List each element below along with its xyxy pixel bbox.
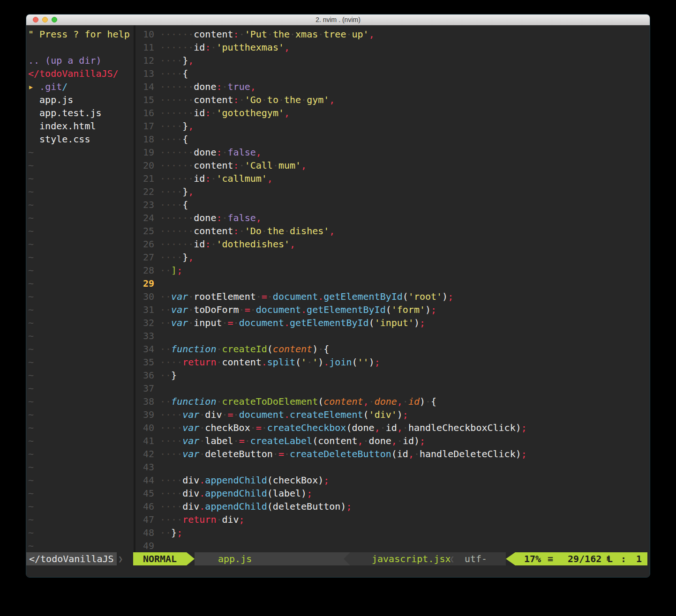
tree-root[interactable]: </todoVanillaJS/	[28, 67, 133, 80]
code-line-11[interactable]: 11······id:·'putthexmas',	[135, 41, 650, 54]
code-line-39[interactable]: 39····var·div·=·document.createElement('…	[135, 408, 650, 421]
code-line-37[interactable]: 37	[135, 382, 650, 395]
code-line-48[interactable]: 48··};	[135, 526, 650, 539]
editor-panel[interactable]: 10······content:·'Put·the·xmas·tree·up',…	[135, 28, 650, 552]
tree-dir-git[interactable]: ▸ .git/	[28, 80, 133, 93]
line-number: 44	[135, 474, 154, 487]
code-line-40[interactable]: 40····var·checkBox·=·createCheckbox(done…	[135, 421, 650, 434]
code-line-12[interactable]: 12····},	[135, 54, 650, 67]
code-text: ······id:·'callmum',	[160, 172, 273, 185]
code-line-15[interactable]: 15······content:·'Go·to·the·gym',	[135, 93, 650, 106]
tree-file-style-css[interactable]: style.css	[28, 133, 133, 146]
line-number: 46	[135, 500, 154, 513]
empty-line-tilde: ~	[28, 224, 133, 237]
tree-file-app-js[interactable]: app.js	[28, 93, 133, 106]
line-number: 42	[135, 447, 154, 460]
code-line-18[interactable]: 18····{	[135, 133, 650, 146]
code-line-46[interactable]: 46····div.appendChild(deleteButton);	[135, 500, 650, 513]
empty-line-tilde: ~	[28, 211, 133, 224]
code-line-34[interactable]: 34··function·createId(content)·{	[135, 342, 650, 356]
code-line-30[interactable]: 30··var·rootElement·=·document.getElemen…	[135, 290, 650, 303]
code-line-23[interactable]: 23····{	[135, 198, 650, 211]
code-text: ······done:·true,	[160, 80, 256, 93]
tree-file-index-html[interactable]: index.html	[28, 119, 133, 133]
code-line-14[interactable]: 14······done:·true,	[135, 80, 650, 93]
code-line-41[interactable]: 41····var·label·=·createLabel(content,·d…	[135, 434, 650, 447]
empty-line-tilde: ~	[28, 526, 133, 539]
cursor-line-indicator: 29/162	[568, 552, 601, 565]
code-line-35[interactable]: 35····return·content.split('·').join('')…	[135, 356, 650, 369]
code-text: ····div.appendChild(deleteButton);	[160, 500, 352, 513]
empty-line-tilde: ~	[28, 513, 133, 526]
statusline-meta: javascript.jsx ❮ utf-8[unix]	[350, 552, 506, 565]
code-text: ····},	[160, 251, 194, 264]
code-line-36[interactable]: 36··}	[135, 369, 650, 382]
code-text: ······done:·false,	[160, 211, 262, 224]
code-line-24[interactable]: 24······done:·false,	[135, 211, 650, 224]
empty-line-tilde: ~	[28, 474, 133, 487]
line-number: 20	[135, 159, 154, 172]
code-line-27[interactable]: 27····},	[135, 251, 650, 264]
tree-file-app-test-js[interactable]: app.test.js	[28, 106, 133, 119]
tree-blank-line	[28, 41, 133, 54]
chevron-right-icon: ❯	[118, 552, 123, 565]
code-line-44[interactable]: 44····div.appendChild(checkBox);	[135, 474, 650, 487]
line-number: 34	[135, 342, 154, 356]
code-line-13[interactable]: 13····{	[135, 67, 650, 80]
line-number: 38	[135, 395, 154, 408]
current-line-number: 29	[135, 277, 154, 290]
statusline: </todoVanillaJS ❯ NORMAL app.js javascri…	[26, 552, 650, 565]
code-text: ··}	[160, 369, 177, 382]
statusline-nerdtree-path: </todoVanillaJS	[26, 552, 117, 565]
line-number: 16	[135, 106, 154, 119]
code-line-45[interactable]: 45····div.appendChild(label);	[135, 487, 650, 500]
code-line-10[interactable]: 10······content:·'Put·the·xmas·tree·up',	[135, 28, 650, 41]
line-number: 19	[135, 146, 154, 159]
line-number: 18	[135, 133, 154, 146]
code-line-47[interactable]: 47····return·div;	[135, 513, 650, 526]
code-line-29[interactable]: 29	[135, 277, 650, 290]
code-text: ····var·label·=·createLabel(content,·don…	[160, 434, 425, 447]
code-line-38[interactable]: 38··function·createToDoElement(content,·…	[135, 395, 650, 408]
line-number: 35	[135, 356, 154, 369]
line-number: 30	[135, 290, 154, 303]
empty-line-tilde: ~	[28, 421, 133, 434]
chevron-left-icon: ❮	[450, 552, 454, 565]
code-line-26[interactable]: 26······id:·'dothedishes',	[135, 237, 650, 251]
code-text: ····return·content.split('·').join('');	[160, 356, 380, 369]
code-line-49[interactable]: 49	[135, 539, 650, 552]
empty-line-tilde: ~	[28, 237, 133, 251]
titlebar[interactable]: 2. nvim . (nvim)	[26, 15, 650, 25]
code-line-22[interactable]: 22····},	[135, 185, 650, 198]
code-line-43[interactable]: 43	[135, 460, 650, 474]
code-line-31[interactable]: 31··var·toDoForm·=·document.getElementBy…	[135, 303, 650, 316]
code-line-33[interactable]: 33	[135, 329, 650, 342]
code-line-16[interactable]: 16······id:·'gotothegym',	[135, 106, 650, 119]
line-number: 24	[135, 211, 154, 224]
nerdtree-panel[interactable]: " Press ? for help.. (up a dir)</todoVan…	[28, 28, 133, 552]
code-line-17[interactable]: 17····},	[135, 119, 650, 133]
code-line-20[interactable]: 20······content:·'Call·mum',	[135, 159, 650, 172]
code-text: ····return·div;	[160, 513, 245, 526]
code-line-28[interactable]: 28··];	[135, 264, 650, 277]
line-number: 10	[135, 28, 154, 41]
line-number: 40	[135, 421, 154, 434]
empty-line-tilde: ~	[28, 539, 133, 552]
code-text: ······done:·false,	[160, 146, 262, 159]
code-text: ······id:·'dothedishes',	[160, 237, 295, 251]
code-line-19[interactable]: 19······done:·false,	[135, 146, 650, 159]
code-line-21[interactable]: 21······id:·'callmum',	[135, 172, 650, 185]
line-number: 28	[135, 264, 154, 277]
line-number: 26	[135, 237, 154, 251]
empty-line-tilde: ~	[28, 356, 133, 369]
line-number: 45	[135, 487, 154, 500]
empty-line-tilde: ~	[28, 434, 133, 447]
command-line[interactable]	[26, 565, 650, 578]
code-line-32[interactable]: 32··var·input·=·document.getElementById(…	[135, 316, 650, 329]
tree-up-dir[interactable]: .. (up a dir)	[28, 54, 133, 67]
code-text: ····},	[160, 185, 194, 198]
code-text: ··};	[160, 526, 182, 539]
code-text: ····div.appendChild(checkBox);	[160, 474, 329, 487]
code-line-25[interactable]: 25······content:·'Do·the·dishes',	[135, 224, 650, 237]
code-line-42[interactable]: 42····var·deleteButton·=·createDeleteBut…	[135, 447, 650, 460]
